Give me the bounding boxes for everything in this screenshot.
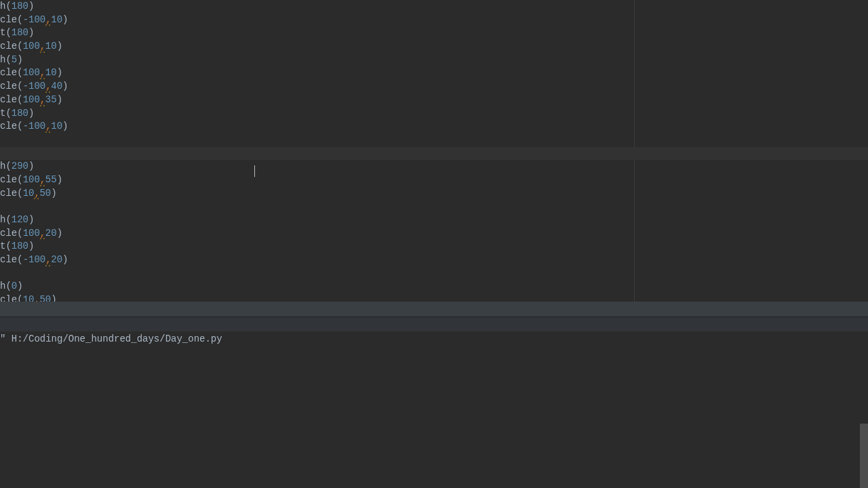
call-token: cle: [0, 294, 17, 302]
comma-token: [40, 174, 45, 187]
num-token: -100: [23, 14, 46, 25]
num-token: 10: [45, 41, 57, 52]
code-line[interactable]: cle(-10040): [0, 80, 868, 94]
code-line[interactable]: cle(10010): [0, 66, 868, 80]
code-line[interactable]: cle(-10020): [0, 253, 868, 267]
code-line[interactable]: cle(1050): [0, 187, 868, 201]
paren-token: ): [28, 161, 34, 171]
comma-token: [45, 120, 51, 134]
num-token: 50: [39, 294, 51, 302]
code-line[interactable]: cle(-10010): [0, 120, 868, 134]
panel-divider-lower[interactable]: [0, 317, 868, 331]
num-token: 50: [39, 188, 51, 199]
comma-token: [40, 227, 45, 241]
code-line[interactable]: h(5): [0, 54, 868, 67]
code-area[interactable]: h(180)cle(-10010)t(180)cle(10010)h(5)cle…: [0, 0, 868, 302]
num-token: -100: [23, 81, 46, 92]
code-line[interactable]: cle(-10010): [0, 14, 868, 27]
paren-token: ): [28, 1, 34, 12]
paren-token: (: [5, 241, 11, 251]
num-token: 55: [45, 174, 57, 185]
paren-token: ): [62, 121, 68, 131]
paren-token: (: [17, 81, 22, 92]
comma-token: [45, 14, 51, 27]
code-line[interactable]: h(180): [0, 0, 868, 14]
num-token: -100: [23, 121, 46, 131]
code-line[interactable]: cle(10020): [0, 227, 868, 241]
paren-token: ): [62, 81, 68, 92]
code-line[interactable]: cle(10055): [0, 174, 868, 187]
code-line[interactable]: t(180): [0, 240, 868, 253]
num-token: 10: [23, 294, 35, 302]
num-token: 35: [45, 94, 57, 105]
code-editor-pane[interactable]: h(180)cle(-10010)t(180)cle(10010)h(5)cle…: [0, 0, 868, 302]
code-line[interactable]: cle(10010): [0, 40, 868, 54]
paren-token: (: [17, 188, 22, 199]
paren-token: (: [17, 121, 22, 131]
console-pane[interactable]: " H:/Coding/One_hundred_days/Day_one.py: [0, 331, 868, 488]
paren-token: (: [17, 174, 22, 185]
paren-token: (: [17, 41, 22, 52]
num-token: 100: [23, 174, 40, 185]
num-token: -100: [23, 254, 46, 265]
paren-token: ): [57, 67, 62, 78]
console-output-line: " H:/Coding/One_hundred_days/Day_one.py: [0, 331, 868, 344]
comma-token: [34, 187, 39, 201]
call-token: cle: [0, 41, 17, 52]
code-line[interactable]: [0, 267, 868, 281]
panel-divider-upper[interactable]: [0, 302, 868, 317]
call-token: cle: [0, 174, 17, 185]
paren-token: ): [57, 228, 62, 239]
num-token: 10: [23, 188, 35, 199]
code-line[interactable]: t(180): [0, 26, 868, 40]
call-token: cle: [0, 14, 17, 25]
paren-token: ): [28, 108, 34, 119]
num-token: 180: [12, 108, 28, 119]
call-token: cle: [0, 254, 17, 265]
comma-token: [45, 253, 51, 267]
num-token: 100: [23, 41, 40, 52]
code-line[interactable]: [0, 134, 868, 147]
comma-token: [34, 293, 39, 302]
paren-token: ): [28, 214, 34, 225]
num-token: 120: [12, 214, 28, 225]
paren-token: (: [17, 254, 22, 265]
num-token: 10: [51, 14, 62, 25]
num-token: 40: [51, 81, 62, 92]
paren-token: (: [5, 214, 11, 225]
paren-token: (: [5, 108, 11, 119]
num-token: 100: [23, 67, 40, 78]
code-line[interactable]: h(0): [0, 280, 868, 293]
code-line[interactable]: cle(1050): [0, 293, 868, 302]
paren-token: (: [17, 228, 22, 239]
vertical-scrollbar-thumb[interactable]: [860, 424, 868, 488]
num-token: 180: [12, 241, 28, 251]
call-token: cle: [0, 94, 17, 105]
code-line[interactable]: [0, 147, 868, 161]
code-line[interactable]: h(120): [0, 214, 868, 227]
paren-token: ): [17, 54, 22, 65]
num-token: 10: [51, 121, 62, 131]
paren-token: ): [17, 281, 22, 291]
paren-token: ): [51, 188, 56, 199]
paren-token: (: [5, 27, 11, 38]
call-token: cle: [0, 228, 17, 239]
num-token: 0: [12, 281, 17, 291]
paren-token: ): [28, 241, 34, 251]
paren-token: (: [17, 67, 22, 78]
paren-token: (: [17, 294, 22, 302]
paren-token: ): [57, 174, 62, 185]
num-token: 100: [23, 228, 40, 239]
paren-token: (: [17, 14, 22, 25]
code-line[interactable]: h(290): [0, 160, 868, 174]
paren-token: ): [62, 14, 68, 25]
code-line[interactable]: cle(10035): [0, 94, 868, 107]
call-token: cle: [0, 121, 17, 131]
paren-token: ): [51, 294, 56, 302]
paren-token: (: [17, 94, 22, 105]
paren-token: (: [5, 1, 11, 12]
code-line[interactable]: t(180): [0, 107, 868, 121]
num-token: 20: [51, 254, 62, 265]
code-line[interactable]: [0, 200, 868, 214]
paren-token: (: [5, 161, 11, 171]
